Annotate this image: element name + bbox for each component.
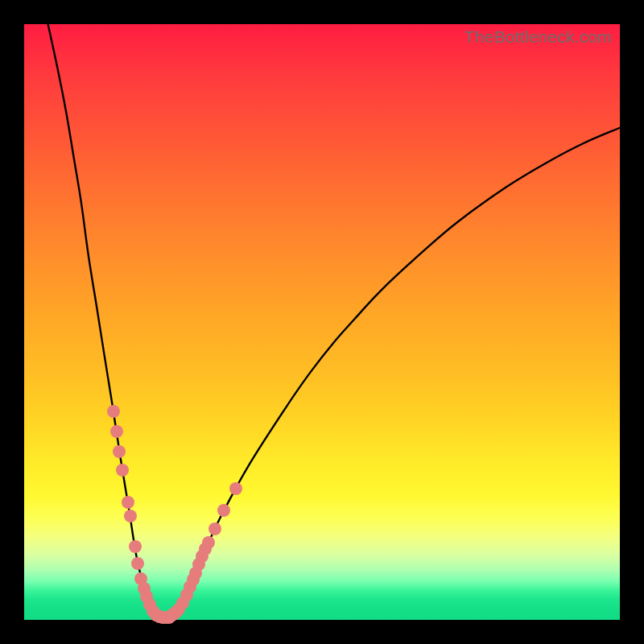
data-marker — [124, 510, 137, 522]
data-marker — [202, 536, 215, 549]
data-marker — [116, 464, 129, 477]
data-marker — [229, 482, 242, 495]
data-marker — [208, 522, 221, 535]
data-marker — [129, 540, 142, 553]
chart-frame: TheBottleneck.com — [0, 0, 644, 644]
data-marker — [113, 445, 126, 458]
data-marker — [122, 496, 134, 509]
data-marker — [217, 504, 230, 517]
curve-left-branch — [48, 24, 159, 617]
plot-area: TheBottleneck.com — [24, 24, 620, 620]
curve-layer — [24, 24, 620, 620]
data-marker — [131, 557, 144, 570]
data-marker — [110, 425, 123, 438]
data-marker — [107, 405, 120, 418]
curve-right-branch — [169, 128, 620, 617]
